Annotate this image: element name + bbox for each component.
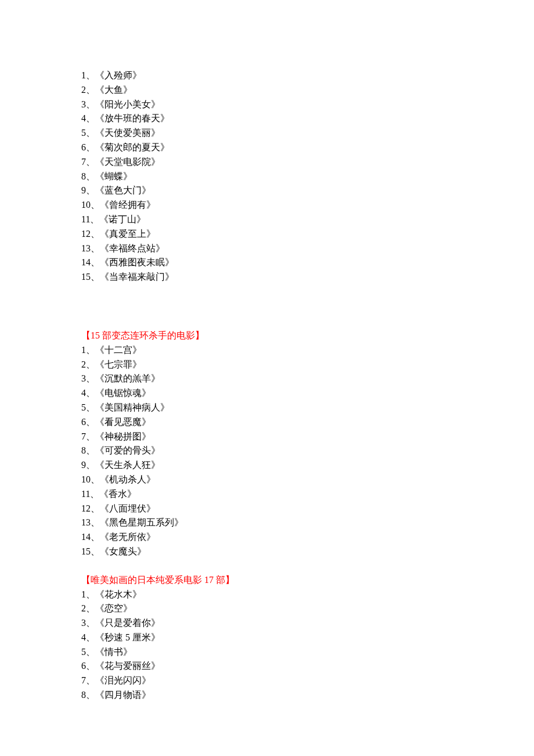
list-item: 12、《真爱至上》 (81, 227, 534, 242)
list-item: 11、《香水》 (81, 487, 534, 502)
list-item: 3、《只是爱着你》 (81, 616, 534, 631)
section-2: 【15 部变态连环杀手的电影】 1、《十二宫》 2、《七宗罪》 3、《沉默的羔羊… (81, 329, 534, 559)
document-content: 1、《入殓师》 2、《大鱼》 3、《阳光小美女》 4、《放牛班的春天》 5、《天… (0, 0, 534, 703)
list-item: 11、《诺丁山》 (81, 213, 534, 227)
list-item: 2、《大鱼》 (81, 83, 534, 98)
list-item: 5、《情书》 (81, 645, 534, 660)
list-item: 4、《秒速 5 厘米》 (81, 631, 534, 645)
list-item: 14、《老无所依》 (81, 530, 534, 545)
section-title: 【唯美如画的日本纯爱系电影 17 部】 (81, 573, 534, 588)
list-item: 1、《花水木》 (81, 588, 534, 602)
list-item: 6、《花与爱丽丝》 (81, 659, 534, 674)
list-item: 8、《可爱的骨头》 (81, 444, 534, 458)
list-item: 1、《入殓师》 (81, 69, 534, 83)
list-item: 2、《恋空》 (81, 602, 534, 616)
list-item: 8、《蝴蝶》 (81, 170, 534, 184)
list-item: 5、《天使爱美丽》 (81, 126, 534, 141)
list-item: 10、《曾经拥有》 (81, 198, 534, 213)
list-item: 3、《沉默的羔羊》 (81, 372, 534, 386)
list-item: 13、《黑色星期五系列》 (81, 516, 534, 530)
list-item: 7、《天堂电影院》 (81, 155, 534, 170)
section-3: 【唯美如画的日本纯爱系电影 17 部】 1、《花水木》 2、《恋空》 3、《只是… (81, 573, 534, 703)
section-spacer (81, 285, 534, 329)
list-item: 12、《八面埋伏》 (81, 502, 534, 516)
section-title: 【15 部变态连环杀手的电影】 (81, 329, 534, 343)
list-item: 2、《七宗罪》 (81, 358, 534, 372)
section-1: 1、《入殓师》 2、《大鱼》 3、《阳光小美女》 4、《放牛班的春天》 5、《天… (81, 69, 534, 285)
list-item: 13、《幸福终点站》 (81, 242, 534, 256)
list-item: 5、《美国精神病人》 (81, 401, 534, 415)
list-item: 6、《菊次郎的夏天》 (81, 141, 534, 155)
section-spacer (81, 559, 534, 573)
list-item: 9、《天生杀人狂》 (81, 458, 534, 473)
list-item: 15、《当幸福来敲门》 (81, 270, 534, 285)
list-item: 6、《看见恶魔》 (81, 415, 534, 430)
list-item: 4、《电锯惊魂》 (81, 386, 534, 401)
list-item: 4、《放牛班的春天》 (81, 111, 534, 126)
list-item: 1、《十二宫》 (81, 343, 534, 358)
list-item: 10、《机动杀人》 (81, 473, 534, 487)
list-item: 3、《阳光小美女》 (81, 98, 534, 112)
list-item: 14、《西雅图夜未眠》 (81, 255, 534, 270)
list-item: 9、《蓝色大门》 (81, 183, 534, 198)
list-item: 7、《泪光闪闪》 (81, 674, 534, 688)
list-item: 8、《四月物语》 (81, 688, 534, 703)
list-item: 15、《女魔头》 (81, 545, 534, 559)
list-item: 7、《神秘拼图》 (81, 430, 534, 444)
